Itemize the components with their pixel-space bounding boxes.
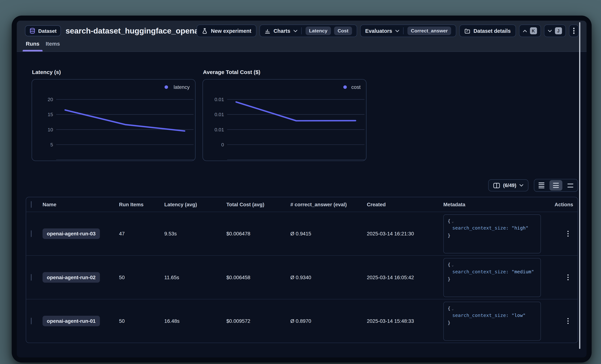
row-actions-button[interactable] [559,274,578,280]
app-window: Dataset search-dataset_huggingface_opena… [12,16,592,363]
prev-run-button[interactable]: K [519,25,541,37]
expand-chevron-icon[interactable]: ⌄ [451,307,454,310]
svg-text:0: 0 [221,142,224,147]
chevron-down-icon [395,29,399,32]
svg-text:15: 15 [48,112,53,117]
new-experiment-button[interactable]: New experiment [197,25,256,37]
row-checkbox[interactable] [31,318,31,324]
row-checkbox[interactable] [31,230,31,237]
svg-text:0.01: 0.01 [215,112,224,117]
column-visibility-button[interactable]: (6/49) [488,179,528,192]
tab-items[interactable]: Items [42,40,63,51]
run-items-cell: 50 [119,318,164,324]
divider [301,27,301,34]
keycap-j: J [555,27,562,34]
col-header-name: Name [42,201,119,207]
tab-runs[interactable]: Runs [22,40,42,51]
metadata-json-box: {⌄ search_context_size: "high" } [443,214,541,253]
kebab-icon [573,28,574,34]
vertical-scrollbar[interactable] [579,22,580,349]
row-actions-button[interactable] [559,231,578,237]
created-cell: 2025-03-14 15:48:33 [367,318,443,324]
more-menu-button[interactable] [569,25,579,37]
svg-text:latency: latency [174,84,190,90]
chevron-down-icon [293,29,297,32]
eval-cell: Ø 0.9340 [290,274,367,280]
row-actions-button[interactable] [559,318,578,324]
col-header-created: Created [367,201,443,207]
dataset-details-button[interactable]: Dataset details [460,25,516,37]
table-row: openai-agent-run-03 47 9.53s $0.006478 Ø… [26,211,578,255]
dataset-badge: Dataset [25,25,61,36]
evaluator-chip-correct-answer[interactable]: Correct_answer [407,27,451,35]
cost-chart-block: Average Total Cost ($) 0.010.010.010cost [202,69,366,161]
created-cell: 2025-03-14 16:05:42 [367,274,443,280]
chart-chip-latency[interactable]: Latency [306,27,331,35]
chevron-down-icon [519,184,523,187]
next-run-button[interactable]: J [544,25,566,37]
flask-icon [202,28,208,34]
row-height-large-button[interactable] [563,179,578,192]
chevron-down-icon [548,29,552,32]
table-controls: (6/49) [17,179,587,192]
cost-chart-title: Average Total Cost ($) [203,69,367,75]
runs-table: Name Run Items Latency (avg) Total Cost … [26,197,578,343]
charts-section: Latency (s) 2015105latency Average Total… [31,69,587,161]
header: Dataset search-dataset_huggingface_opena… [17,21,587,52]
select-all-checkbox[interactable] [31,201,31,208]
cost-chart-panel: 0.010.010.010cost [202,79,366,161]
divider [403,27,403,34]
row-height-small-button[interactable] [534,179,549,192]
table-row: openai-agent-run-01 50 16.48s $0.009572 … [26,299,578,343]
metadata-json-box: {⌄ search_context_size: "low" } [443,302,541,341]
created-cell: 2025-03-14 16:21:30 [367,231,443,237]
latency-line-chart: 2015105latency [32,79,195,161]
col-header-correct-answer: # correct_answer (eval) [290,201,367,207]
latency-chart-title: Latency (s) [32,69,196,75]
chart-chip-cost[interactable]: Cost [334,27,352,35]
expand-chevron-icon[interactable]: ⌄ [451,263,454,267]
svg-text:0.01: 0.01 [215,97,224,102]
charts-button[interactable]: Charts Latency Cost [260,25,357,37]
metadata-json-box: {⌄ search_context_size: "medium" } [443,258,541,297]
svg-text:20: 20 [48,97,53,102]
total-cost-cell: $0.006478 [226,231,290,237]
new-experiment-label: New experiment [211,28,251,34]
rows-medium-icon [553,182,559,189]
bar-chart-icon [265,28,270,34]
charts-label: Charts [274,28,290,34]
run-name-pill[interactable]: openai-agent-run-01 [42,316,100,326]
dataset-details-label: Dataset details [473,28,511,34]
run-name-pill[interactable]: openai-agent-run-03 [42,229,100,239]
row-checkbox[interactable] [31,274,31,281]
svg-text:10: 10 [48,127,53,133]
svg-text:cost: cost [351,84,361,90]
latency-cell: 16.48s [164,318,226,324]
run-items-cell: 50 [119,274,164,280]
eval-cell: Ø 0.8970 [290,318,367,324]
col-header-latency: Latency (avg) [164,201,226,207]
evaluators-button[interactable]: Evaluators Correct_answer [360,25,456,37]
run-name-pill[interactable]: openai-agent-run-02 [42,272,100,282]
column-count-label: (6/49) [503,182,516,188]
run-items-cell: 47 [119,231,164,237]
svg-text:5: 5 [50,142,53,147]
col-header-actions: Actions [555,201,578,207]
cost-line-chart: 0.010.010.010cost [203,79,366,161]
columns-icon [493,183,500,188]
expand-chevron-icon[interactable]: ⌄ [451,219,454,223]
latency-chart-panel: 2015105latency [31,79,196,161]
database-icon [29,28,36,34]
latency-chart-block: Latency (s) 2015105latency [31,69,196,161]
svg-text:0.01: 0.01 [215,127,224,133]
eval-cell: Ø 0.9415 [290,231,367,237]
keycap-k: K [530,27,537,34]
topbar-actions: New experiment Charts Latency Cost [197,25,579,37]
row-height-medium-button[interactable] [550,180,562,191]
topbar-left: Dataset search-dataset_huggingface_opena… [25,25,197,36]
latency-cell: 11.65s [164,274,226,280]
topbar: Dataset search-dataset_huggingface_opena… [17,21,587,37]
rows-small-icon [539,182,544,189]
total-cost-cell: $0.006458 [226,274,290,280]
folder-icon [465,28,471,34]
